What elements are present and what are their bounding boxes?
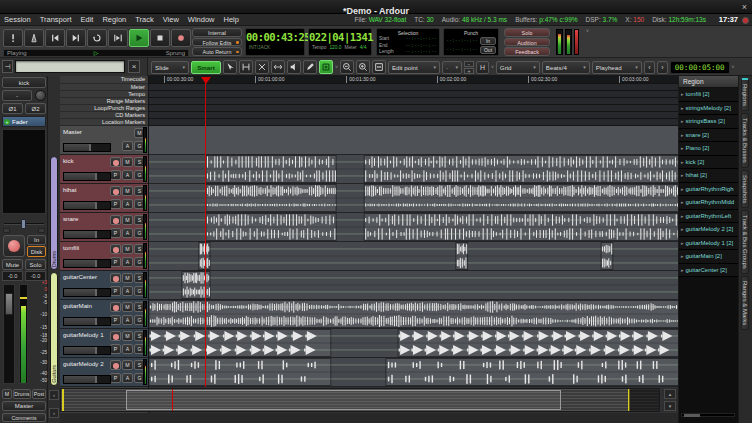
zoom-in-button[interactable] bbox=[356, 60, 370, 74]
region-list-item[interactable]: ▸snare [2] bbox=[679, 129, 738, 143]
track-playlist-button[interactable]: P bbox=[110, 170, 121, 180]
secondary-clock[interactable]: 022|04|1341 Tempo 120.0 Meter 4/4 bbox=[308, 28, 372, 56]
tempo-value[interactable]: 120.0 bbox=[329, 45, 341, 51]
menu-edit[interactable]: Edit bbox=[81, 14, 94, 26]
track-header-master[interactable]: MasterMGA bbox=[60, 126, 148, 155]
ruler-row-tempo[interactable] bbox=[149, 91, 679, 98]
track-header-guitarmelody-2[interactable]: guitarMelody 2SMGAP bbox=[60, 358, 148, 387]
expander-icon[interactable]: ▸ bbox=[681, 132, 684, 138]
region-list-item[interactable]: ▸stringsMelody [2] bbox=[679, 102, 738, 116]
menu-track[interactable]: Track bbox=[135, 14, 153, 26]
region-list-scrollbar-thumb[interactable] bbox=[684, 414, 700, 417]
ruler-row-cd-markers[interactable] bbox=[149, 112, 679, 119]
nudge-clock-caret-icon[interactable]: ˅ bbox=[732, 64, 735, 70]
track-record-arm-button[interactable] bbox=[110, 157, 121, 167]
processor-box[interactable] bbox=[2, 129, 46, 214]
track-gain-fader[interactable] bbox=[63, 288, 111, 297]
track-gain-fader[interactable] bbox=[63, 317, 111, 326]
zoom-out-button[interactable] bbox=[340, 60, 354, 74]
nudge-forward-button[interactable]: › bbox=[657, 61, 668, 74]
edit-group-entry[interactable] bbox=[15, 60, 125, 73]
tab-tracks-busses[interactable]: Tracks & Busses bbox=[741, 113, 749, 168]
play-button[interactable] bbox=[129, 29, 149, 47]
track-lane-guitarmain[interactable] bbox=[149, 300, 679, 329]
expander-icon[interactable]: ▸ bbox=[681, 186, 684, 192]
session-summary[interactable] bbox=[60, 388, 660, 412]
expander-icon[interactable]: ▸ bbox=[681, 159, 684, 165]
track-gain-fader[interactable] bbox=[63, 375, 111, 384]
menu-help[interactable]: Help bbox=[224, 14, 239, 26]
region-list-scrollbar[interactable] bbox=[681, 413, 735, 417]
track-header-tomfili[interactable]: tomfiliSMGAP bbox=[60, 242, 148, 271]
trim-knob[interactable] bbox=[35, 90, 46, 101]
track-gain-fader[interactable] bbox=[63, 143, 111, 152]
expander-icon[interactable]: ▸ bbox=[681, 253, 684, 259]
output-button[interactable]: Master bbox=[2, 401, 46, 411]
midi-panic-button[interactable] bbox=[3, 29, 23, 47]
track-mute-button[interactable]: M bbox=[122, 273, 133, 283]
group-button[interactable]: Drums bbox=[13, 389, 31, 399]
monitor-input-button[interactable]: In bbox=[27, 235, 46, 245]
edit-mode-combo[interactable]: Slide▾ bbox=[151, 61, 189, 74]
record-arm-button[interactable] bbox=[3, 235, 25, 257]
track-automation-button[interactable]: A bbox=[122, 315, 133, 325]
region-list-item[interactable]: ▸Piano [2] bbox=[679, 142, 738, 156]
meter-value[interactable]: 4/4 bbox=[360, 45, 367, 51]
stop-button[interactable] bbox=[150, 29, 170, 47]
region-list-item[interactable]: ▸stringsBass [2] bbox=[679, 115, 738, 129]
track-lane-hihat[interactable] bbox=[149, 184, 679, 213]
track-lane-guitarmelody-1[interactable] bbox=[149, 329, 679, 358]
track-header-hihat[interactable]: hihatSMGAP bbox=[60, 184, 148, 213]
ruler-row-timecode[interactable]: 00:00:30:0000:01:00:0000:01:30:0000:02:0… bbox=[149, 76, 679, 84]
track-record-arm-button[interactable] bbox=[110, 186, 121, 196]
track-lane-guitarmelody-2[interactable] bbox=[149, 358, 679, 387]
object-tool-button[interactable] bbox=[223, 60, 237, 74]
zoom-fit-button[interactable] bbox=[372, 60, 386, 74]
punch-in-button[interactable]: In bbox=[480, 37, 496, 45]
marker-combo[interactable]: ·▾ bbox=[442, 61, 462, 74]
track-automation-button[interactable]: A bbox=[122, 170, 133, 180]
feedback-button[interactable]: Feedback bbox=[504, 47, 550, 56]
track-lane-tomfili[interactable] bbox=[149, 242, 679, 271]
record-indicator-icon[interactable] bbox=[742, 17, 749, 24]
ruler-row-loop-punch-ranges[interactable] bbox=[149, 105, 679, 112]
menu-transport[interactable]: Transport bbox=[40, 14, 72, 26]
track-header-snare[interactable]: snareSMGAP bbox=[60, 213, 148, 242]
expander-icon[interactable]: ▸ bbox=[681, 172, 684, 178]
track-automation-button[interactable]: A bbox=[122, 228, 133, 238]
spinner-up-icon[interactable]: + bbox=[464, 68, 474, 74]
region-list-item[interactable]: ▸guitarMain [2] bbox=[679, 250, 738, 264]
meter-options-caret-icon[interactable]: ˅ bbox=[586, 28, 589, 34]
tab-regions[interactable]: Regions bbox=[741, 78, 749, 111]
metronome-button[interactable] bbox=[24, 29, 44, 47]
ruler-row-meter[interactable] bbox=[149, 84, 679, 91]
expander-icon[interactable]: ▸ bbox=[681, 91, 684, 97]
track-mute-button[interactable]: M bbox=[122, 186, 133, 196]
internal-button[interactable]: Internal bbox=[192, 28, 242, 37]
strip-solo-button[interactable]: Solo bbox=[25, 259, 46, 270]
nudge-clock[interactable]: 00:00:05:00 bbox=[670, 61, 730, 74]
summary-zoom-in-icon[interactable]: ▴ bbox=[664, 389, 676, 399]
region-list-item[interactable]: ▸guitarMelody 1 [2] bbox=[679, 237, 738, 251]
track-automation-button[interactable]: A bbox=[122, 141, 133, 151]
track-playlist-button[interactable]: P bbox=[110, 315, 121, 325]
expander-icon[interactable]: ▸ bbox=[681, 199, 684, 205]
track-gain-fader[interactable] bbox=[63, 201, 111, 210]
nudge-back-button[interactable]: ‹ bbox=[644, 61, 655, 74]
gain-fader-thumb[interactable] bbox=[5, 293, 13, 315]
track-lane-kick[interactable] bbox=[149, 155, 679, 184]
region-list-item[interactable]: ▸hihat [2] bbox=[679, 169, 738, 183]
goto-end-button[interactable] bbox=[66, 29, 86, 47]
draw-tool-button[interactable] bbox=[303, 60, 317, 74]
meter-point-button[interactable]: Post bbox=[32, 389, 46, 399]
track-playlist-button[interactable]: P bbox=[110, 286, 121, 296]
expander-icon[interactable]: ▸ bbox=[681, 226, 684, 232]
range-tool-button[interactable] bbox=[239, 60, 253, 74]
tool-options-caret-icon[interactable]: ˅ bbox=[335, 64, 338, 70]
height-caret-icon[interactable]: ˅ bbox=[491, 64, 494, 70]
secondary-clock-time[interactable]: 022|04|1341 bbox=[309, 29, 371, 45]
ruler-row-range-markers[interactable] bbox=[149, 98, 679, 105]
expander-icon[interactable]: ▸ bbox=[681, 118, 684, 124]
track-record-arm-button[interactable] bbox=[110, 331, 121, 341]
expander-icon[interactable]: ▸ bbox=[681, 267, 684, 273]
